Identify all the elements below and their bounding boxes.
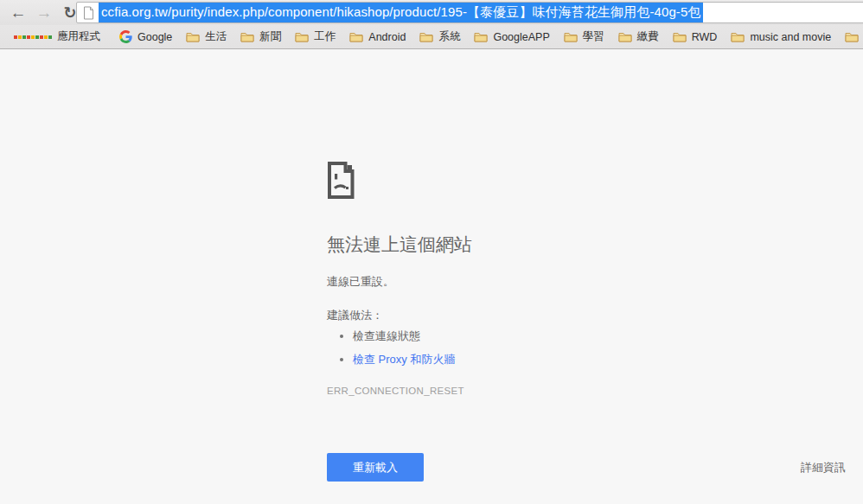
url-input[interactable]: ccfia.org.tw/purity/index.php/component/… xyxy=(99,3,703,23)
folder-icon xyxy=(731,31,745,42)
bookmark-label: 新聞 xyxy=(259,29,281,44)
error-page: 無法連上這個網站 連線已重設。 建議做法： 檢查連線狀態 檢查 Proxy 和防… xyxy=(0,50,863,504)
suggestion-link-proxy-firewall[interactable]: 檢查 Proxy 和防火牆 xyxy=(353,353,455,366)
reload-page-button[interactable]: 重新載入 xyxy=(327,453,424,482)
folder-icon xyxy=(474,31,488,42)
bookmark-folder-rwd[interactable]: RWD xyxy=(666,29,725,46)
bookmark-label: RWD xyxy=(692,31,718,43)
error-message: 連線已重設。 xyxy=(327,275,846,288)
folder-icon xyxy=(186,31,200,42)
folder-icon xyxy=(295,31,309,42)
bookmark-folder-life[interactable]: 生活 xyxy=(179,27,233,47)
error-code: ERR_CONNECTION_RESET xyxy=(327,386,846,397)
bookmark-folder-android[interactable]: Android xyxy=(342,29,412,46)
error-actions: 重新載入 詳細資訊 xyxy=(327,453,846,482)
suggestion-item: 檢查連線狀態 xyxy=(353,329,846,343)
bookmark-label: Android xyxy=(368,31,406,43)
bookmark-label: 工作 xyxy=(314,29,336,44)
bookmark-folder-news[interactable]: 新聞 xyxy=(233,27,288,47)
apps-grid-icon xyxy=(14,35,52,39)
folder-icon xyxy=(240,31,254,42)
bookmark-folder-payment[interactable]: 繳費 xyxy=(611,27,666,47)
bookmark-label: 系統 xyxy=(438,29,460,44)
bookmarks-bar: 應用程式 Google 生活 新聞 xyxy=(0,25,863,49)
folder-icon xyxy=(673,31,687,42)
bookmark-label: GoogleAPP xyxy=(493,31,549,43)
folder-icon xyxy=(618,31,632,42)
address-bar[interactable]: ccfia.org.tw/purity/index.php/component/… xyxy=(76,2,863,23)
browser-window: ← → ↻ ccfia.org.tw/purity/index.php/comp… xyxy=(0,0,863,504)
bookmark-label: 繳費 xyxy=(637,29,659,44)
suggestions-label: 建議做法： xyxy=(327,309,846,322)
folder-icon xyxy=(564,31,578,42)
suggestions-list: 檢查連線狀態 檢查 Proxy 和防火牆 xyxy=(327,329,846,367)
bookmark-folder-system[interactable]: 系統 xyxy=(412,27,467,47)
suggestion-item: 檢查 Proxy 和防火牆 xyxy=(353,352,846,367)
bookmark-item-google[interactable]: Google xyxy=(112,28,179,46)
bookmark-folder-googleapp[interactable]: GoogleAPP xyxy=(467,29,556,46)
folder-icon xyxy=(845,31,859,42)
bookmark-folder-work[interactable]: 工作 xyxy=(288,27,342,47)
bookmark-label: 學習 xyxy=(583,29,604,44)
forward-icon[interactable]: → xyxy=(31,2,57,24)
bookmark-label: 生活 xyxy=(205,29,227,44)
bookmark-item-apps[interactable]: 應用程式 xyxy=(7,27,107,47)
bookmark-label: Google xyxy=(137,31,172,43)
bookmark-folder-tools[interactable]: 工具程式 xyxy=(838,27,863,47)
bookmark-label: 應用程式 xyxy=(57,29,100,44)
bookmark-label: music and movie xyxy=(750,31,831,43)
browser-toolbar: ← → ↻ ccfia.org.tw/purity/index.php/comp… xyxy=(0,0,863,25)
folder-icon xyxy=(419,31,433,42)
details-button[interactable]: 詳細資訊 xyxy=(801,460,846,475)
error-title: 無法連上這個網站 xyxy=(327,233,846,256)
back-icon[interactable]: ← xyxy=(5,2,31,24)
page-document-icon xyxy=(83,6,94,20)
folder-icon xyxy=(349,31,363,42)
google-g-icon xyxy=(119,30,132,43)
bookmark-folder-study[interactable]: 學習 xyxy=(557,27,611,47)
bookmark-folder-music-and-movie[interactable]: music and movie xyxy=(724,29,838,46)
sad-page-icon xyxy=(327,161,355,200)
